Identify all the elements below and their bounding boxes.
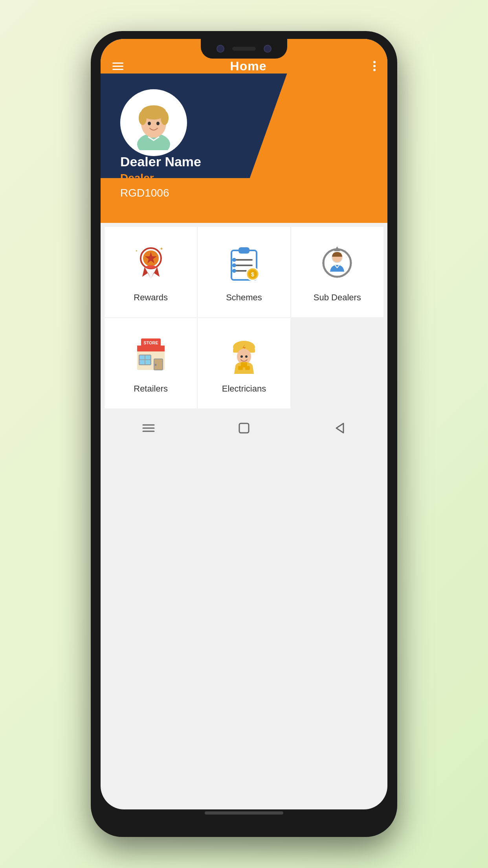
dealer-name: Dealer Name xyxy=(120,154,201,169)
electricians-label: Electricians xyxy=(222,384,266,394)
electricians-menu-item[interactable]: Electricians xyxy=(198,318,290,408)
sensor xyxy=(264,45,272,53)
rewards-label: Rewards xyxy=(134,292,168,303)
notch xyxy=(201,39,287,59)
svg-point-34 xyxy=(154,364,156,366)
svg-text:✦: ✦ xyxy=(160,246,163,252)
svg-point-6 xyxy=(148,122,151,125)
svg-point-19 xyxy=(232,263,236,267)
phone-frame: Home xyxy=(91,31,397,837)
dealer-role: Dealer xyxy=(120,172,201,184)
schemes-label: Schemes xyxy=(226,292,262,303)
svg-rect-14 xyxy=(238,247,250,254)
svg-marker-49 xyxy=(336,423,343,433)
profile-info: Dealer Name Dealer RGD1006 xyxy=(120,154,201,199)
svg-point-40 xyxy=(245,355,248,358)
svg-point-5 xyxy=(161,111,169,125)
avatar xyxy=(120,89,187,156)
sub-dealers-icon xyxy=(316,241,359,285)
retailers-label: Retailers xyxy=(134,384,168,394)
bottom-nav xyxy=(101,412,387,448)
svg-text:$: $ xyxy=(251,271,254,278)
svg-text:STORE: STORE xyxy=(143,340,158,345)
header-title: Home xyxy=(230,59,267,74)
svg-text:✦: ✦ xyxy=(135,249,138,253)
schemes-menu-item[interactable]: $ Schemes xyxy=(198,227,290,317)
hamburger-menu-icon[interactable] xyxy=(112,63,123,70)
sub-dealers-label: Sub Dealers xyxy=(314,292,361,303)
nav-menu-button[interactable] xyxy=(137,420,160,436)
svg-point-7 xyxy=(156,122,160,125)
front-camera xyxy=(216,45,224,53)
phone-screen: Home xyxy=(101,39,387,809)
svg-point-4 xyxy=(139,111,147,125)
svg-point-18 xyxy=(232,258,236,262)
nav-home-button[interactable] xyxy=(232,420,256,436)
more-options-icon[interactable] xyxy=(373,61,376,71)
svg-rect-43 xyxy=(238,366,243,370)
rewards-menu-item[interactable]: ✦ ✦ Rewards xyxy=(105,227,197,317)
phone-bottom-bar xyxy=(205,811,283,815)
svg-point-39 xyxy=(240,355,243,358)
retailers-icon: STORE xyxy=(129,333,172,376)
sub-dealers-menu-item[interactable]: Sub Dealers xyxy=(291,227,383,317)
menu-grid: ✦ ✦ Rewards xyxy=(101,223,387,412)
dealer-id: RGD1006 xyxy=(120,187,201,199)
svg-point-20 xyxy=(232,269,236,273)
nav-back-button[interactable] xyxy=(328,420,351,436)
profile-section: Dealer Name Dealer RGD1006 xyxy=(101,74,387,223)
rewards-icon: ✦ ✦ xyxy=(129,241,172,285)
svg-rect-44 xyxy=(245,366,250,370)
retailers-menu-item[interactable]: STORE xyxy=(105,318,197,408)
electricians-icon xyxy=(222,333,266,376)
empty-menu-item xyxy=(291,318,383,408)
speaker xyxy=(232,47,256,51)
svg-rect-48 xyxy=(239,423,249,433)
schemes-icon: $ xyxy=(222,241,266,285)
